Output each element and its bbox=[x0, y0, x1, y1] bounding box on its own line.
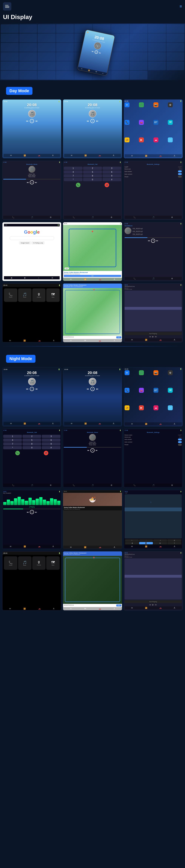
key-hash[interactable]: # bbox=[103, 178, 121, 181]
carplay-phone[interactable]: 📞 Phone bbox=[4, 288, 17, 302]
app-photo[interactable]: 📷 bbox=[154, 370, 158, 375]
key-1[interactable]: 1 bbox=[64, 167, 82, 170]
play-button[interactable]: ⏸ bbox=[30, 180, 34, 184]
play-button[interactable]: ⏸ bbox=[30, 119, 34, 123]
key-8[interactable]: 8 bbox=[83, 174, 102, 178]
key-0[interactable]: 0 bbox=[23, 446, 41, 449]
app-nav[interactable]: 🗺 bbox=[168, 388, 173, 393]
next-button[interactable]: ⏭ bbox=[35, 120, 38, 122]
app-weather[interactable]: ☁ bbox=[154, 405, 158, 410]
nav-icon[interactable]: ≡ bbox=[180, 4, 182, 9]
key-7[interactable]: 7 bbox=[3, 442, 22, 445]
back-icon[interactable]: ◀ bbox=[10, 277, 12, 279]
key-3[interactable]: 3 bbox=[103, 167, 121, 170]
np-media-controls[interactable]: ⏮ ▶ ⏭ bbox=[125, 335, 182, 338]
key-star[interactable]: * bbox=[64, 178, 82, 181]
next-button[interactable]: ⏭ bbox=[156, 240, 158, 242]
nav-action-1[interactable]: ↖ bbox=[125, 539, 139, 541]
app-vehicle[interactable]: 🚗 bbox=[139, 388, 144, 393]
app-more[interactable]: ⋯ bbox=[168, 405, 173, 410]
prev-button[interactable]: ⏮ bbox=[26, 120, 28, 122]
night-cp-phone[interactable]: 📞 Phone bbox=[4, 556, 17, 570]
nav-action-5[interactable]: ◀ bbox=[125, 542, 139, 544]
app-music[interactable]: 🎵 bbox=[139, 370, 144, 375]
app-radio[interactable]: 📻 bbox=[125, 137, 130, 142]
google-search-bar[interactable] bbox=[10, 236, 54, 240]
home-icon[interactable]: ⌂ bbox=[38, 277, 39, 279]
player-controls[interactable]: ⏮ ⏸ ⏭ bbox=[87, 119, 98, 123]
prev-button[interactable]: ⏮ bbox=[87, 449, 89, 451]
prev-button[interactable]: ⏮ bbox=[87, 120, 89, 122]
next-button[interactable]: ⏭ bbox=[96, 388, 98, 390]
key-4[interactable]: 4 bbox=[64, 170, 82, 174]
nav-action-3[interactable]: ↗ bbox=[153, 539, 167, 541]
logo-icon[interactable] bbox=[3, 2, 11, 10]
forward-icon[interactable]: ▶ bbox=[24, 277, 26, 279]
play-button[interactable]: ⏸ bbox=[30, 387, 34, 391]
key-5[interactable]: 5 bbox=[23, 438, 41, 442]
nnp-next[interactable]: ⏭ bbox=[155, 604, 157, 606]
song-item-3[interactable]: 华东_终丝绊.mp3 bbox=[133, 233, 143, 236]
next-button[interactable]: ⏭ bbox=[35, 181, 37, 183]
key-4[interactable]: 4 bbox=[3, 438, 22, 442]
next-button[interactable]: ⏭ bbox=[35, 511, 37, 513]
play-button[interactable]: ⏸ bbox=[90, 448, 95, 453]
app-settings[interactable]: ⚙ bbox=[168, 370, 173, 375]
nnp-play[interactable]: ▶ bbox=[152, 604, 154, 606]
key-2[interactable]: 2 bbox=[23, 435, 41, 438]
nnp-controls[interactable]: ⏮ ▶ ⏭ bbox=[125, 603, 182, 606]
np-prev[interactable]: ⏮ bbox=[149, 336, 151, 338]
player-controls[interactable]: ⏮ ⏸ ⏭ bbox=[26, 119, 38, 123]
key-hash[interactable]: # bbox=[42, 446, 60, 449]
song-item-1[interactable]: 华东_终丝绊.mp3 bbox=[133, 227, 143, 230]
app-nav[interactable]: 🗺 bbox=[168, 120, 173, 125]
call-button[interactable]: 📞 bbox=[15, 451, 20, 455]
coffee-go-button[interactable]: GO bbox=[116, 336, 122, 338]
night-cp-maps[interactable]: 🗺 Maps bbox=[46, 556, 60, 570]
carplay-music[interactable]: 🎵 Music bbox=[18, 288, 31, 302]
app-telegram[interactable]: ✈ bbox=[125, 370, 130, 375]
social-controls[interactable]: ⏮ ⏸ ⏭ bbox=[125, 239, 182, 243]
nav-action-4[interactable]: ⊞ bbox=[167, 539, 181, 541]
prev-button[interactable]: ⏮ bbox=[27, 181, 29, 183]
app-settings[interactable]: ⚙ bbox=[168, 102, 173, 107]
next-button[interactable]: ⏭ bbox=[35, 388, 38, 390]
play-button[interactable]: ⏸ bbox=[90, 387, 95, 391]
app-more[interactable]: ⋯ bbox=[168, 137, 173, 142]
prev-button[interactable]: ⏮ bbox=[26, 388, 28, 390]
nav-action-8[interactable]: ✕ bbox=[167, 542, 181, 544]
feeling-lucky-button[interactable]: I'm Feeling Lucky bbox=[31, 242, 44, 244]
google-search-button[interactable]: Google Search bbox=[19, 242, 31, 244]
call-button[interactable]: 📞 bbox=[76, 183, 80, 187]
night-cp-podcast[interactable]: 🎙 Podcast bbox=[32, 556, 46, 570]
player-controls[interactable]: ⏮ ⏸ ⏭ bbox=[26, 387, 38, 391]
eq-controls[interactable]: ⏮ ⏸ ⏭ bbox=[3, 510, 60, 514]
next-button[interactable]: ⏭ bbox=[96, 449, 98, 451]
key-star[interactable]: * bbox=[3, 446, 22, 449]
prev-button[interactable]: ⏮ bbox=[27, 511, 29, 513]
carplay-podcast[interactable]: 🎙 Podcast bbox=[32, 288, 46, 302]
app-weather[interactable]: ☁ bbox=[154, 137, 158, 142]
bt-controls[interactable]: ⏮ ⏸ ⏭ bbox=[64, 448, 121, 453]
flower-toggle[interactable] bbox=[178, 444, 182, 446]
np-next[interactable]: ⏭ bbox=[155, 336, 157, 338]
key-9[interactable]: 9 bbox=[42, 442, 60, 445]
key-5[interactable]: 5 bbox=[83, 170, 102, 174]
key-6[interactable]: 6 bbox=[103, 170, 121, 174]
bt-controls[interactable]: ⏮ ⏸ ⏭ bbox=[3, 180, 60, 184]
nav-action-6[interactable]: ⬛ bbox=[139, 542, 153, 544]
auto-answer-toggle[interactable] bbox=[178, 170, 182, 172]
np-play[interactable]: ▶ bbox=[152, 336, 154, 338]
auto-answer-toggle[interactable] bbox=[178, 438, 182, 440]
carplay-maps[interactable]: 🗺 Maps bbox=[46, 288, 60, 302]
flower-toggle[interactable] bbox=[178, 176, 182, 178]
auto-connect-toggle[interactable] bbox=[178, 173, 182, 175]
nav-action-7[interactable]: ▶ bbox=[153, 542, 167, 544]
app-youtube[interactable]: ▶ bbox=[139, 405, 144, 410]
go-button[interactable]: GO bbox=[64, 275, 121, 277]
key-8[interactable]: 8 bbox=[23, 442, 41, 445]
app-photo[interactable]: 📷 bbox=[154, 102, 158, 107]
key-9[interactable]: 9 bbox=[103, 174, 121, 178]
prev-button[interactable]: ⏮ bbox=[87, 388, 89, 390]
app-music[interactable]: 🎵 bbox=[139, 102, 144, 107]
